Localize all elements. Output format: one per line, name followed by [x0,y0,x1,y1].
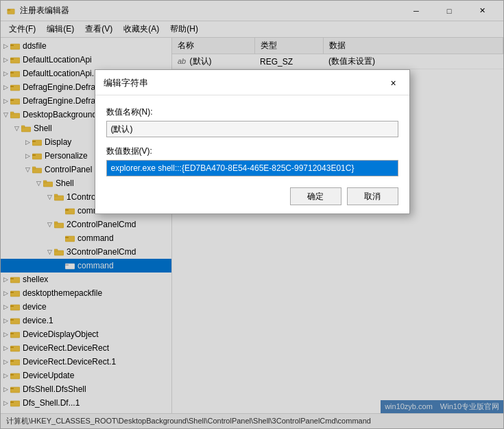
dialog-overlay: 编辑字符串 × 数值名称(N): 数值数据(V): 确定 取消 [1,1,503,428]
value-data-input[interactable] [106,160,398,176]
dialog-close-button[interactable]: × [386,76,401,91]
cancel-button[interactable]: 取消 [347,187,398,205]
dialog-buttons: 确定 取消 [106,185,398,205]
main-window: 注册表编辑器 ─ □ ✕ 文件(F) 编辑(E) 查看(V) 收藏夹(A) 帮助… [0,0,504,429]
value-data-label: 数值数据(V): [106,146,398,157]
value-name-input[interactable] [106,121,398,137]
value-name-label: 数值名称(N): [106,106,398,118]
dialog-title: 编辑字符串 [104,77,148,89]
ok-button[interactable]: 确定 [290,187,341,205]
edit-string-dialog: 编辑字符串 × 数值名称(N): 数值数据(V): 确定 取消 [95,69,410,214]
dialog-body: 数值名称(N): 数值数据(V): 确定 取消 [95,95,409,213]
dialog-title-bar: 编辑字符串 × [95,70,409,95]
value-data-field-container: 数值数据(V): [106,146,398,176]
value-name-field: 数值名称(N): [106,106,398,137]
